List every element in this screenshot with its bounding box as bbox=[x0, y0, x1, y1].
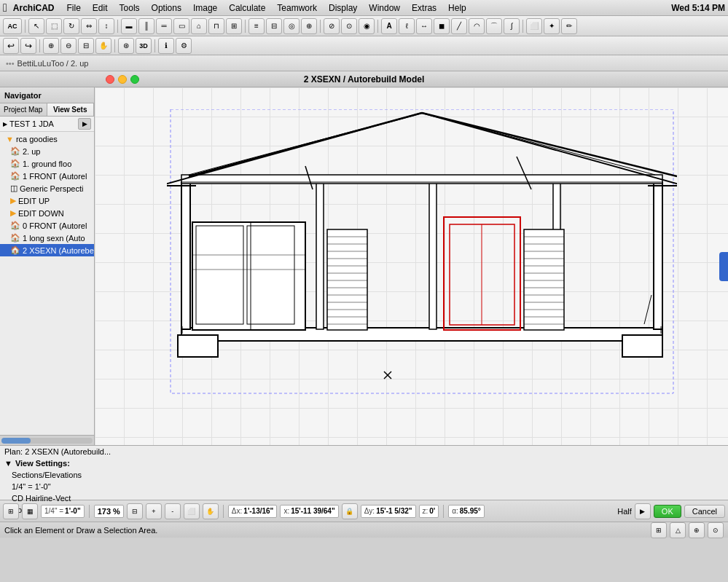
zoom-group[interactable]: 173 % bbox=[94, 505, 124, 518]
statusbar-btn3[interactable]: ⊕ bbox=[689, 522, 705, 538]
pan-btn2[interactable]: ✋ bbox=[203, 503, 219, 519]
coord-icon1-btn[interactable]: ⊞ bbox=[3, 503, 19, 519]
nav-item-0front[interactable]: 🏠 0 FRONT (Autorel bbox=[0, 219, 94, 232]
label-btn[interactable]: ℓ bbox=[399, 18, 415, 34]
curtain-btn[interactable]: ⊟ bbox=[266, 18, 282, 34]
menu-help[interactable]: Help bbox=[443, 1, 471, 15]
menu-file[interactable]: File bbox=[62, 1, 86, 15]
nav-item-1ground[interactable]: 🏠 1. ground floo bbox=[0, 157, 94, 170]
right-handle[interactable] bbox=[719, 252, 728, 281]
nav-item-1front[interactable]: 🏠 1 FRONT (Autorel bbox=[0, 170, 94, 182]
zoom-minus-btn[interactable]: - bbox=[165, 503, 181, 519]
nav-item-rca-goodies[interactable]: ▼ rca goodies bbox=[0, 133, 94, 145]
menu-window[interactable]: Window bbox=[364, 1, 405, 15]
zoom-fit-btn[interactable]: ⊟ bbox=[127, 503, 143, 519]
roof-btn[interactable]: ⌂ bbox=[191, 18, 207, 34]
stretch-btn[interactable]: ↕ bbox=[98, 18, 114, 34]
half-btn[interactable]: ▶ bbox=[635, 503, 651, 519]
menu-tools[interactable]: Tools bbox=[114, 1, 145, 15]
svg-line-17 bbox=[189, 113, 422, 175]
3d-btn[interactable]: 3D bbox=[136, 38, 152, 54]
sections-row[interactable]: Sections/Elevations bbox=[0, 469, 728, 481]
coord-icon2-btn[interactable]: ▦ bbox=[22, 503, 38, 519]
fit-window-btn[interactable]: ⊟ bbox=[78, 38, 94, 54]
redo-btn[interactable]: ↪ bbox=[20, 38, 36, 54]
arrow-tool-btn[interactable]: ↖ bbox=[28, 18, 44, 34]
info-btn[interactable]: ℹ bbox=[158, 38, 174, 54]
tab-view-sets[interactable]: View Sets bbox=[47, 103, 95, 116]
fit-window-icon: ⊟ bbox=[83, 42, 89, 50]
window-btn[interactable]: ⊞ bbox=[226, 18, 242, 34]
nav-item-generic-persp[interactable]: ◫ Generic Perspecti bbox=[0, 182, 94, 194]
zoom-out-btn[interactable]: ⊖ bbox=[60, 38, 77, 54]
orbit-btn[interactable]: ⊛ bbox=[118, 38, 134, 54]
column-btn[interactable]: ║ bbox=[138, 18, 154, 34]
detail-btn[interactable]: ◉ bbox=[359, 18, 375, 34]
slab-btn[interactable]: ▭ bbox=[173, 18, 189, 34]
nav-item-2xsexn[interactable]: 🏠 2 XSEXN (Autorebe bbox=[0, 244, 94, 256]
minimize-button[interactable] bbox=[118, 75, 127, 84]
archicad-logo-btn[interactable]: AC bbox=[3, 18, 22, 34]
nav-item-label: 2. up bbox=[23, 147, 40, 156]
zone-btn[interactable]: ⊕ bbox=[301, 18, 317, 34]
close-button[interactable] bbox=[106, 75, 114, 84]
view-settings-row[interactable]: ▼ View Settings: bbox=[0, 457, 728, 469]
nav-expand-btn[interactable]: ▶ bbox=[78, 118, 91, 130]
menu-edit[interactable]: Edit bbox=[87, 1, 113, 15]
zoom-rect-btn[interactable]: ⬜ bbox=[184, 503, 200, 519]
menu-image[interactable]: Image bbox=[188, 1, 222, 15]
nav-item-label: 1 FRONT (Autorel bbox=[23, 172, 87, 181]
svg-rect-6 bbox=[316, 182, 324, 329]
undo-btn[interactable]: ↩ bbox=[3, 38, 19, 54]
wall-btn[interactable]: ▬ bbox=[121, 18, 137, 34]
arc-btn[interactable]: ◠ bbox=[469, 18, 485, 34]
nav-item-edit-down[interactable]: ▶ EDIT DOWN bbox=[0, 207, 94, 219]
elevation-btn[interactable]: ⊙ bbox=[341, 18, 357, 34]
cancel-button[interactable]: Cancel bbox=[684, 505, 725, 518]
settings-btn[interactable]: ⚙ bbox=[176, 38, 192, 54]
text-btn[interactable]: A bbox=[381, 18, 397, 34]
apple-menu[interactable]:  bbox=[3, 1, 7, 15]
rotate-btn[interactable]: ↻ bbox=[63, 18, 79, 34]
scroll-thumb[interactable] bbox=[1, 438, 31, 444]
pan-btn[interactable]: ✋ bbox=[95, 38, 111, 54]
nav-project-row: ▶ TEST 1 JDA ▶ bbox=[0, 117, 94, 132]
eyedropper-btn[interactable]: ✏ bbox=[561, 18, 577, 34]
menu-calculate[interactable]: Calculate bbox=[224, 1, 270, 15]
stair-btn[interactable]: ≡ bbox=[248, 18, 265, 34]
zoom-plus-btn[interactable]: + bbox=[146, 503, 162, 519]
fill-btn[interactable]: ◼ bbox=[434, 18, 450, 34]
section-btn[interactable]: ⊘ bbox=[324, 18, 340, 34]
nav-item-2up[interactable]: 🏠 2. up bbox=[0, 145, 94, 157]
statusbar-btn2[interactable]: △ bbox=[670, 522, 686, 538]
dy-group: Δy: 15'-1 5/32" bbox=[361, 505, 416, 518]
magic-wand-btn[interactable]: ✦ bbox=[544, 18, 560, 34]
polyline-btn[interactable]: ⌒ bbox=[486, 18, 502, 34]
maximize-button[interactable] bbox=[130, 75, 139, 84]
canvas-area[interactable] bbox=[95, 87, 728, 445]
sep-t2c bbox=[154, 39, 155, 52]
nav-item-1long-sexn[interactable]: 🏠 1 long sexn (Auto bbox=[0, 232, 94, 244]
door-btn[interactable]: ⊓ bbox=[208, 18, 224, 34]
object-btn[interactable]: ◎ bbox=[283, 18, 300, 34]
mirror-btn[interactable]: ⇔ bbox=[81, 18, 97, 34]
beam-btn[interactable]: ═ bbox=[156, 18, 172, 34]
tab-project-map[interactable]: Project Map bbox=[0, 103, 47, 116]
line-btn[interactable]: ╱ bbox=[451, 18, 467, 34]
select-tool-btn[interactable]: ⬚ bbox=[46, 18, 62, 34]
dim-btn[interactable]: ↔ bbox=[416, 18, 432, 34]
lock-btn[interactable]: 🔒 bbox=[342, 503, 358, 519]
ok-button[interactable]: OK bbox=[654, 505, 681, 518]
menu-options[interactable]: Options bbox=[146, 1, 187, 15]
zoom-in-btn[interactable]: ⊕ bbox=[43, 38, 59, 54]
nav-scrollbar[interactable] bbox=[0, 435, 94, 445]
statusbar-btn1[interactable]: ⊞ bbox=[651, 522, 667, 538]
spline-btn[interactable]: ∫ bbox=[504, 18, 520, 34]
menu-extras[interactable]: Extras bbox=[407, 1, 442, 15]
scale-row[interactable]: 1/4" = 1'-0" bbox=[0, 481, 728, 492]
menu-display[interactable]: Display bbox=[324, 1, 362, 15]
menu-teamwork[interactable]: Teamwork bbox=[272, 1, 322, 15]
marquee-btn[interactable]: ⬜ bbox=[526, 18, 542, 34]
statusbar-btn4[interactable]: ⊙ bbox=[708, 522, 724, 538]
nav-item-edit-up[interactable]: ▶ EDIT UP bbox=[0, 194, 94, 207]
